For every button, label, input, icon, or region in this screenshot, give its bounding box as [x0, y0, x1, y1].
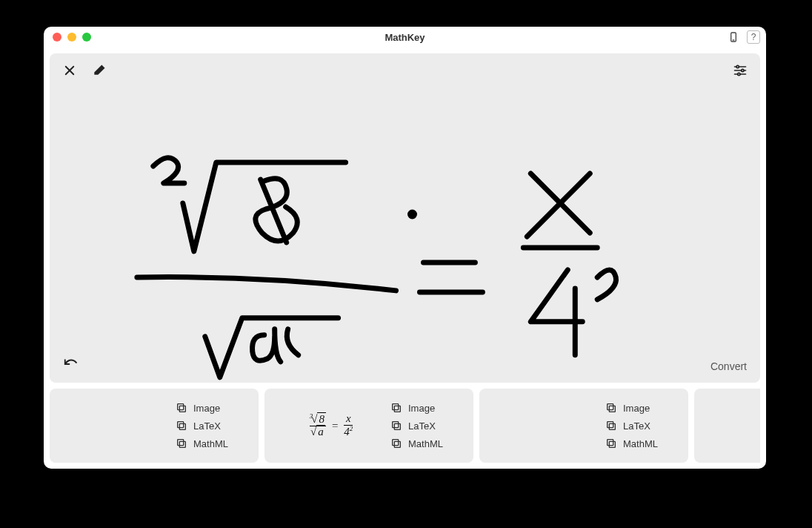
- svg-point-10: [410, 212, 414, 217]
- svg-rect-14: [178, 422, 184, 428]
- result-card: [694, 389, 760, 463]
- result-preview: [702, 395, 760, 457]
- copy-image-label: Image: [408, 403, 435, 414]
- svg-rect-21: [394, 441, 400, 447]
- help-button[interactable]: ?: [747, 30, 760, 44]
- svg-rect-15: [179, 441, 185, 447]
- copy-latex-label: LaTeX: [623, 420, 650, 432]
- svg-rect-28: [608, 440, 613, 446]
- copy-icon: [605, 438, 617, 449]
- svg-rect-26: [608, 422, 613, 428]
- device-icon[interactable]: [726, 30, 741, 44]
- app-window: MathKey ?: [44, 27, 766, 469]
- copy-icon: [390, 402, 402, 414]
- copy-latex-label: LaTeX: [408, 420, 436, 432]
- copy-latex-button[interactable]: LaTeX: [176, 420, 251, 432]
- svg-rect-18: [393, 404, 399, 410]
- copy-mathml-button[interactable]: MathML: [176, 438, 251, 449]
- copy-latex-label: LaTeX: [193, 420, 221, 432]
- copy-image-label: Image: [193, 403, 220, 414]
- copy-latex-button[interactable]: LaTeX: [390, 420, 466, 432]
- copy-latex-button[interactable]: LaTeX: [605, 420, 681, 432]
- convert-button[interactable]: Convert: [710, 360, 747, 372]
- card-actions: Image LaTeX MathML: [390, 395, 466, 457]
- copy-icon: [176, 402, 187, 414]
- copy-icon: [176, 438, 187, 449]
- svg-rect-17: [394, 406, 400, 412]
- titlebar: MathKey ?: [44, 27, 766, 47]
- copy-image-button[interactable]: Image: [176, 402, 251, 414]
- copy-icon: [605, 402, 617, 414]
- copy-icon: [390, 420, 402, 432]
- copy-icon: [390, 438, 402, 449]
- close-window-button[interactable]: [53, 33, 61, 42]
- copy-mathml-button[interactable]: MathML: [605, 438, 681, 449]
- svg-rect-12: [178, 404, 184, 410]
- copy-icon: [176, 420, 187, 432]
- card-actions: Image LaTeX MathML: [605, 395, 681, 457]
- result-card: Image LaTeX MathML: [50, 389, 259, 463]
- copy-mathml-label: MathML: [193, 438, 228, 449]
- result-card: 3√8 √a = x 42: [264, 389, 473, 463]
- root-index: 3: [310, 412, 313, 420]
- right-den-base: 4: [344, 426, 350, 438]
- card-actions: Image LaTeX MathML: [176, 395, 251, 457]
- content-area: Convert Image LaTeX: [44, 47, 766, 469]
- undo-button[interactable]: [63, 356, 81, 374]
- copy-image-button[interactable]: Image: [605, 402, 681, 414]
- radicand: 8: [317, 412, 326, 425]
- svg-rect-25: [609, 423, 615, 429]
- svg-rect-27: [609, 441, 615, 447]
- result-card: Image LaTeX MathML: [479, 389, 688, 463]
- minimize-window-button[interactable]: [67, 33, 76, 42]
- svg-rect-13: [179, 423, 185, 429]
- result-preview: 3√8 √a = x 42: [272, 395, 390, 457]
- copy-mathml-label: MathML: [408, 438, 443, 449]
- copy-image-label: Image: [623, 403, 650, 414]
- svg-rect-11: [179, 406, 185, 412]
- svg-rect-24: [608, 404, 613, 410]
- copy-mathml-label: MathML: [623, 438, 658, 449]
- svg-rect-16: [178, 440, 184, 446]
- right-numerator: x: [344, 413, 353, 425]
- fullscreen-window-button[interactable]: [82, 33, 91, 42]
- window-title: MathKey: [44, 32, 766, 43]
- svg-rect-23: [609, 406, 615, 412]
- traffic-lights: [44, 33, 91, 42]
- denominator-radicand: a: [316, 425, 325, 438]
- result-preview: [57, 395, 176, 457]
- copy-mathml-button[interactable]: MathML: [390, 438, 466, 449]
- canvas-panel[interactable]: Convert: [50, 53, 760, 383]
- handwriting-canvas[interactable]: [50, 53, 760, 383]
- svg-rect-19: [394, 423, 400, 429]
- svg-rect-22: [393, 440, 399, 446]
- result-preview: [487, 395, 605, 457]
- right-den-exp: 2: [350, 425, 353, 432]
- copy-image-button[interactable]: Image: [390, 402, 466, 414]
- copy-icon: [605, 420, 617, 432]
- svg-rect-20: [393, 422, 399, 428]
- titlebar-right: ?: [726, 30, 760, 44]
- results-row: Image LaTeX MathML: [50, 389, 760, 463]
